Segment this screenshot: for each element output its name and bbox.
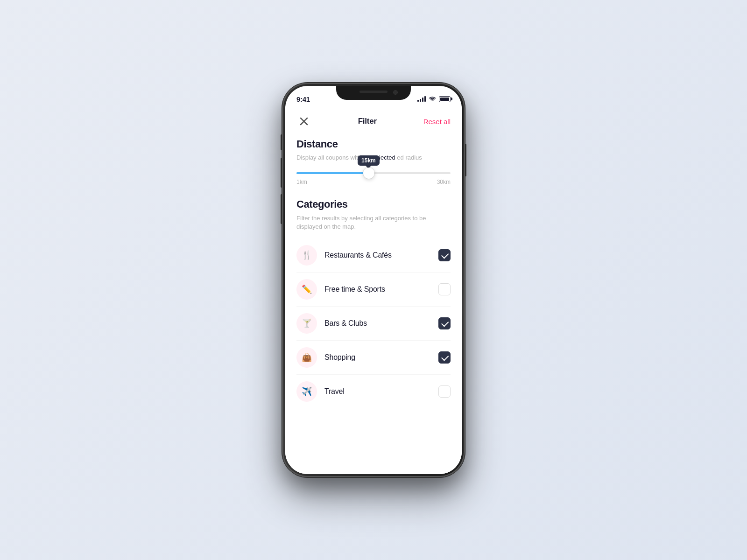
signal-icon bbox=[417, 96, 426, 102]
distance-section-title: Distance bbox=[296, 138, 451, 150]
shopping-icon-wrap: 👜 bbox=[296, 347, 317, 368]
battery-icon bbox=[439, 96, 451, 102]
distance-slider-container: 15km bbox=[296, 172, 451, 174]
travel-icon: ✈️ bbox=[302, 386, 312, 397]
close-button[interactable] bbox=[296, 114, 311, 129]
shopping-checkbox[interactable] bbox=[438, 351, 451, 364]
bars-icon: 🍸 bbox=[302, 318, 312, 329]
screen-content[interactable]: Filter Reset all Distance Display all co… bbox=[285, 106, 462, 474]
freetime-checkbox[interactable] bbox=[438, 283, 451, 295]
filter-header: Filter Reset all bbox=[285, 106, 462, 134]
category-item-freetime[interactable]: ✏️ Free time & Sports bbox=[296, 273, 451, 307]
slider-fill bbox=[296, 172, 369, 174]
status-icons bbox=[417, 96, 451, 102]
page-title: Filter bbox=[358, 117, 377, 126]
category-item-travel[interactable]: ✈️ Travel bbox=[296, 375, 451, 408]
phone-mockup: 9:41 bbox=[282, 83, 465, 477]
travel-label: Travel bbox=[324, 387, 438, 396]
bars-checkbox[interactable] bbox=[438, 317, 451, 329]
freetime-icon-wrap: ✏️ bbox=[296, 279, 317, 300]
reset-all-button[interactable]: Reset all bbox=[423, 118, 451, 126]
bars-icon-wrap: 🍸 bbox=[296, 313, 317, 334]
category-item-bars[interactable]: 🍸 Bars & Clubs bbox=[296, 307, 451, 341]
categories-section: Categories Filter the results by selecti… bbox=[285, 195, 462, 418]
travel-icon-wrap: ✈️ bbox=[296, 381, 317, 402]
restaurants-checkbox[interactable] bbox=[438, 249, 451, 261]
notch-camera bbox=[393, 90, 398, 95]
category-item-restaurants[interactable]: 🍴 Restaurants & Cafés bbox=[296, 238, 451, 273]
wifi-icon bbox=[429, 96, 436, 102]
travel-checkbox[interactable] bbox=[438, 385, 451, 398]
freetime-label: Free time & Sports bbox=[324, 285, 438, 294]
shopping-label: Shopping bbox=[324, 353, 438, 362]
slider-min-label: 1km bbox=[296, 179, 307, 185]
shopping-icon: 👜 bbox=[302, 352, 312, 363]
categories-description: Filter the results by selecting all cate… bbox=[296, 214, 451, 231]
category-item-shopping[interactable]: 👜 Shopping bbox=[296, 341, 451, 375]
close-icon bbox=[300, 117, 308, 126]
slider-max-label: 30km bbox=[437, 179, 451, 185]
slider-range: 1km 30km bbox=[296, 179, 451, 185]
slider-tooltip: 15km bbox=[358, 155, 380, 166]
restaurants-icon: 🍴 bbox=[302, 250, 312, 260]
status-time: 9:41 bbox=[296, 95, 310, 103]
restaurants-label: Restaurants & Cafés bbox=[324, 251, 438, 259]
slider-track bbox=[296, 172, 451, 174]
bars-label: Bars & Clubs bbox=[324, 319, 438, 328]
phone-frame: 9:41 bbox=[282, 83, 465, 477]
categories-section-title: Categories bbox=[296, 198, 451, 210]
freetime-icon: ✏️ bbox=[302, 284, 312, 294]
slider-thumb[interactable] bbox=[363, 168, 374, 179]
notch bbox=[336, 86, 411, 100]
phone-screen: 9:41 bbox=[285, 86, 462, 474]
distance-section: Distance Display all coupons within a se… bbox=[285, 134, 462, 195]
notch-speaker bbox=[359, 91, 388, 93]
restaurants-icon-wrap: 🍴 bbox=[296, 245, 317, 266]
power-button bbox=[465, 144, 466, 176]
